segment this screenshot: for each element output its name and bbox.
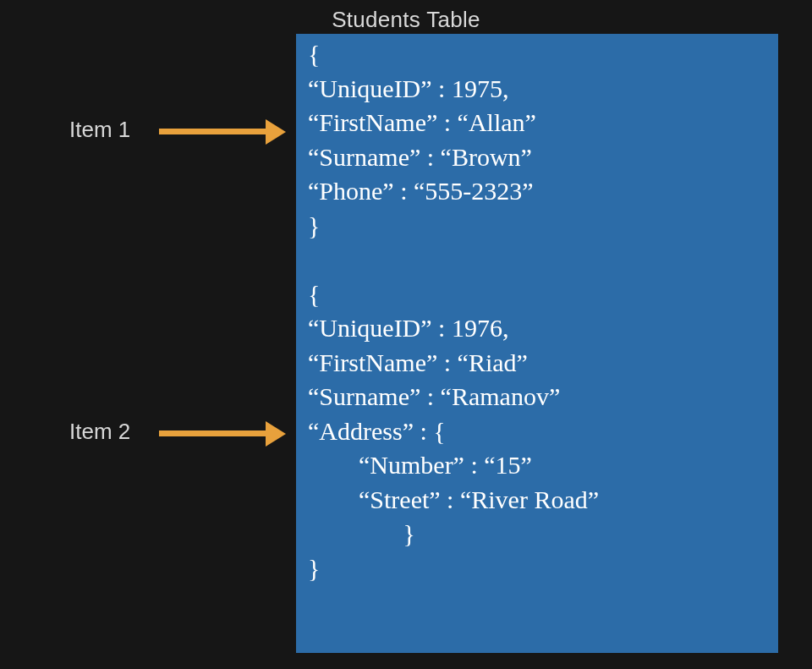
- arrow-icon: [159, 427, 271, 439]
- arrow-icon: [159, 125, 271, 137]
- diagram-title: Students Table: [0, 7, 812, 33]
- item-2-label: Item 2: [69, 419, 130, 445]
- item-1-label: Item 1: [69, 117, 130, 143]
- students-table-panel: { “UniqueID” : 1975, “FirstName” : “Alla…: [296, 34, 778, 653]
